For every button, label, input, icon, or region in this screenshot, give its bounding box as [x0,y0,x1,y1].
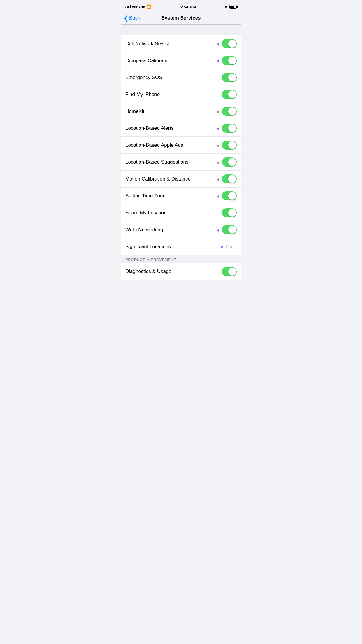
label-wifi-networking: Wi-Fi Networking [125,227,217,233]
row-compass-calibration[interactable]: Compass Calibration▶ [121,52,241,69]
toggle-thumb [228,158,236,166]
row-homekit[interactable]: HomeKit▶ [121,103,241,120]
right-homekit: ▶ [217,107,237,116]
label-location-based-suggestions: Location-Based Suggestions [125,159,217,165]
row-emergency-sos[interactable]: Emergency SOS [121,69,241,86]
battery-icon [229,5,237,9]
sig-loc-chevron-icon: › [235,244,237,249]
toggle-location-based-alerts[interactable] [222,124,237,133]
toggle-location-based-apple-ads[interactable] [222,141,237,150]
label-homekit: HomeKit [125,108,217,114]
section-spacer [121,25,241,35]
toggle-thumb [228,107,236,115]
label-setting-time-zone: Setting Time Zone [125,193,217,199]
diagnostics-toggle[interactable] [222,267,237,276]
time-label: 6:54 PM [180,4,196,9]
toggle-thumb [228,226,236,234]
back-label[interactable]: Back [129,15,140,21]
toggle-thumb [228,57,236,64]
right-emergency-sos [222,73,237,82]
right-setting-time-zone: ▶ [217,191,237,200]
settings-list: Cell Network Search▶Compass Calibration▶… [121,35,241,255]
wifi-icon: 📶 [146,4,151,9]
toggle-track [222,73,237,82]
row-setting-time-zone[interactable]: Setting Time Zone▶ [121,188,241,204]
diagnostics-label: Diagnostics & Usage [125,269,222,274]
label-find-my-iphone: Find My iPhone [125,92,222,97]
back-button[interactable]: ❮ Back [124,15,140,21]
toggle-track [222,90,237,99]
label-motion-calibration: Motion Calibration & Distance [125,176,217,182]
toggle-thumb [228,192,236,200]
toggle-track [222,56,237,65]
right-cell-network-search: ▶ [217,39,237,48]
toggle-thumb [228,74,236,81]
toggle-track [222,225,237,234]
toggle-homekit[interactable] [222,107,237,116]
diagnostics-right [222,267,237,276]
toggle-find-my-iphone[interactable] [222,90,237,99]
row-share-my-location[interactable]: Share My Location [121,204,241,221]
toggle-thumb [228,209,236,217]
toggle-motion-calibration[interactable] [222,174,237,183]
toggle-cell-network-search[interactable] [222,39,237,48]
toggle-compass-calibration[interactable] [222,56,237,65]
row-wifi-networking[interactable]: Wi-Fi Networking▶ [121,221,241,238]
nav-bar: ❮ Back System Services [121,13,241,25]
toggle-track [222,107,237,116]
right-significant-locations: ▶On› [221,244,237,250]
toggle-track [222,191,237,200]
status-left: Verizon 📶 [125,4,151,9]
toggle-thumb [228,141,236,149]
toggle-track [222,158,237,167]
battery-fill [230,6,234,8]
right-share-my-location [222,208,237,217]
diagnostics-row[interactable]: Diagnostics & Usage [121,263,241,280]
status-bar: Verizon 📶 6:54 PM ✱ [121,0,241,13]
toggle-thumb [228,268,236,276]
row-location-based-suggestions[interactable]: Location-Based Suggestions▶ [121,154,241,171]
sig-loc-value: On [226,244,232,250]
toggle-track [222,174,237,183]
label-location-based-alerts: Location-Based Alerts [125,125,217,131]
label-significant-locations: Significant Locations [125,244,221,250]
label-emergency-sos: Emergency SOS [125,75,222,80]
bottom-list: Diagnostics & Usage [121,263,241,280]
right-location-based-suggestions: ▶ [217,158,237,167]
row-location-based-apple-ads[interactable]: Location-Based Apple Ads▶ [121,137,241,154]
back-chevron-icon: ❮ [124,15,129,21]
toggle-track [222,141,237,150]
toggle-track [222,39,237,48]
right-find-my-iphone [222,90,237,99]
row-location-based-alerts[interactable]: Location-Based Alerts▶ [121,120,241,137]
label-cell-network-search: Cell Network Search [125,41,217,47]
right-compass-calibration: ▶ [217,56,237,65]
row-cell-network-search[interactable]: Cell Network Search▶ [121,35,241,52]
carrier-label: Verizon [132,5,145,9]
toggle-thumb [228,90,236,98]
toggle-emergency-sos[interactable] [222,73,237,82]
right-motion-calibration: ▶ [217,174,237,183]
right-location-based-apple-ads: ▶ [217,141,237,150]
status-right: ✱ [224,5,237,9]
toggle-location-based-suggestions[interactable] [222,158,237,167]
row-significant-locations[interactable]: Significant Locations▶On› [121,238,241,255]
label-compass-calibration: Compass Calibration [125,58,217,64]
toggle-thumb [228,175,236,183]
toggle-wifi-networking[interactable] [222,225,237,234]
toggle-track [222,267,237,276]
toggle-setting-time-zone[interactable] [222,191,237,200]
row-find-my-iphone[interactable]: Find My iPhone [121,86,241,103]
label-share-my-location: Share My Location [125,210,222,216]
product-improvement-header: PRODUCT IMPROVEMENT [121,255,241,263]
toggle-track [222,208,237,217]
row-motion-calibration[interactable]: Motion Calibration & Distance▶ [121,171,241,188]
right-location-based-alerts: ▶ [217,124,237,133]
page-title: System Services [161,15,201,21]
toggle-thumb [228,124,236,132]
signal-bars [125,5,131,8]
bluetooth-icon: ✱ [224,5,228,9]
label-location-based-apple-ads: Location-Based Apple Ads [125,142,217,148]
toggle-share-my-location[interactable] [222,208,237,217]
toggle-thumb [228,40,236,48]
